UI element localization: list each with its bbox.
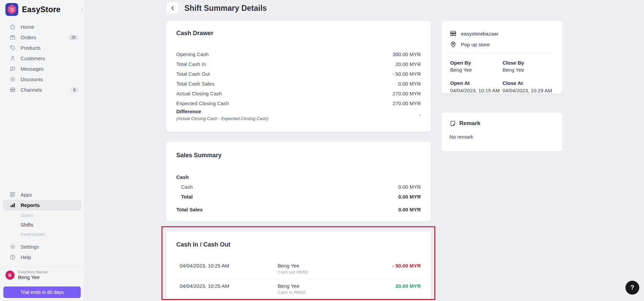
sidebar-subitem-inventories[interactable]: Inventories [0, 229, 84, 239]
cash-drawer-row: Actual Closing Cash270.00 MYR [166, 89, 431, 98]
remark-content: No remark [449, 134, 473, 140]
logo-row: EasyStore [0, 0, 84, 19]
sales-summary-card: Sales Summary Cash Cash0.00 MYR Total0.0… [166, 142, 431, 222]
back-button[interactable] [166, 2, 179, 14]
close-by-value: Beng Yee [503, 67, 524, 73]
sales-row: Cash0.00 MYR [166, 182, 431, 192]
cash-drawer-row: Total Cash Sales0.00 MYR [166, 79, 431, 89]
store-username-row: easystorebazaar [449, 30, 498, 37]
trial-button[interactable]: Trial ends in 80 days [3, 286, 81, 298]
sidebar-item-label: Messages [21, 66, 44, 72]
transaction-user: Beng Yee [278, 283, 299, 289]
open-at-label: Open At [450, 80, 470, 86]
remark-header: Remark [449, 120, 480, 127]
sidebar-item-reports[interactable]: Reports [3, 200, 81, 210]
messages-icon [9, 66, 16, 72]
sidebar-item-label: Apps [21, 192, 32, 198]
home-icon [9, 24, 16, 30]
total-sales-row: Total Sales0.00 MYR [166, 205, 431, 214]
sidebar-subitem-label: Inventories [21, 231, 45, 237]
sidebar-item-home[interactable]: Home [0, 22, 84, 32]
sidebar-item-help[interactable]: Help [0, 252, 84, 262]
sidebar-item-label: Home [21, 24, 34, 30]
cash-drawer-row: Opening Cash300.00 MYR [166, 49, 431, 59]
close-at-label: Close At [503, 80, 523, 86]
sales-total-row: Total0.00 MYR [166, 192, 431, 202]
sidebar-item-orders[interactable]: Orders 25 [0, 32, 84, 43]
remark-card: Remark No remark [441, 113, 562, 152]
help-fab-button[interactable]: ? [625, 281, 639, 295]
sales-summary-title: Sales Summary [176, 152, 222, 159]
open-by-label: Open By [450, 60, 471, 66]
difference-value: - [419, 112, 421, 118]
open-at-value: 04/04/2023, 10:15 AM [450, 88, 500, 93]
account-card[interactable]: B EasyStore Bazaar Beng Yee [0, 266, 84, 283]
sidebar-item-customers[interactable]: Customers [0, 53, 84, 64]
store-username: easystorebazaar [461, 31, 498, 37]
difference-formula: (Actual Closing Cash - Expected Closing … [176, 116, 268, 121]
gear-icon [9, 244, 16, 250]
transaction-description: Cash out RM50 [278, 270, 308, 275]
sidebar-item-apps[interactable]: Apps [0, 189, 84, 200]
cash-drawer-row: Total Cash In20.00 MYR [166, 59, 431, 69]
transaction-datetime: 04/04/2023, 10:25 AM [180, 283, 229, 289]
avatar: B [5, 271, 15, 280]
sidebar-item-label: Customers [21, 55, 45, 61]
transaction-amount-negative: - 50.00 MYR [392, 263, 421, 269]
sidebar-item-products[interactable]: Products [0, 43, 84, 53]
help-icon [9, 254, 16, 260]
apps-icon [9, 191, 16, 198]
sidebar-subitem-shifts[interactable]: Shifts [0, 220, 84, 229]
channels-count-badge: 8 [70, 87, 79, 93]
sidebar-collapse-icon[interactable] [79, 6, 85, 14]
open-by-value: Beng Yee [450, 67, 472, 73]
cash-drawer-card: Cash Drawer Opening Cash300.00 MYR Total… [166, 21, 431, 132]
difference-label: Difference [176, 108, 268, 115]
brand-name: EasyStore [22, 5, 60, 14]
customers-icon [9, 55, 16, 62]
remark-title: Remark [459, 120, 480, 127]
sidebar-item-channels[interactable]: Channels 8 [0, 85, 84, 95]
sidebar-item-label: Reports [21, 202, 40, 208]
easystore-logo-icon [5, 3, 18, 16]
sidebar-subitem-label: Shifts [21, 222, 33, 228]
sidebar-item-label: Discounts [21, 76, 43, 82]
sidebar-item-label: Settings [21, 244, 39, 250]
sales-group-label-row: Cash [166, 172, 431, 182]
cash-drawer-title: Cash Drawer [176, 30, 213, 37]
transaction-datetime: 04/04/2023, 10:25 AM [180, 263, 229, 269]
tag-icon [9, 45, 16, 51]
sidebar-item-settings[interactable]: Settings [0, 241, 84, 252]
sidebar-subitem-label: Sales [21, 212, 33, 218]
sidebar: EasyStore Home Orders 25 Products [0, 0, 84, 301]
store-location-row: Pop up store [449, 41, 490, 48]
cash-drawer-row: Expected Closing Cash270.00 MYR [166, 98, 431, 108]
main-nav: Home Orders 25 Products Customers Mess [0, 19, 84, 95]
cash-drawer-row: Total Cash Out- 50.00 MYR [166, 69, 431, 79]
shift-info-card: easystorebazaar Pop up store Open By Ben… [441, 21, 562, 94]
cash-in-out-title: Cash In / Cash Out [176, 241, 230, 248]
sidebar-item-label: Orders [21, 34, 36, 40]
sidebar-item-discounts[interactable]: Discounts [0, 74, 84, 85]
sidebar-item-label: Products [21, 45, 41, 51]
transaction-user: Beng Yee [278, 263, 299, 269]
storefront-icon [449, 30, 457, 37]
sidebar-subitem-sales[interactable]: Sales [0, 210, 84, 220]
cash-in-out-card: Cash In / Cash Out 04/04/2023, 10:25 AM … [166, 232, 431, 299]
sidebar-bottom-nav: Apps Reports Sales Shifts Inventories Se… [0, 189, 84, 262]
discount-icon [9, 76, 16, 83]
location-pin-icon [449, 41, 457, 48]
chevron-left-icon [171, 5, 175, 11]
page-title: Shift Summary Details [184, 4, 267, 13]
sidebar-item-messages[interactable]: Messages [0, 64, 84, 74]
bar-chart-icon [9, 202, 16, 208]
sidebar-item-label: Channels [21, 87, 42, 93]
transaction-description: Cash In RM20 [278, 290, 306, 295]
account-store-name: EasyStore Bazaar [18, 270, 48, 274]
cart-icon [9, 7, 15, 12]
sidebar-item-label: Help [21, 254, 31, 260]
divider [449, 53, 554, 54]
row-divider [176, 279, 421, 279]
close-at-value: 04/04/2023, 10:29 AM [503, 88, 552, 93]
orders-icon [9, 34, 16, 41]
